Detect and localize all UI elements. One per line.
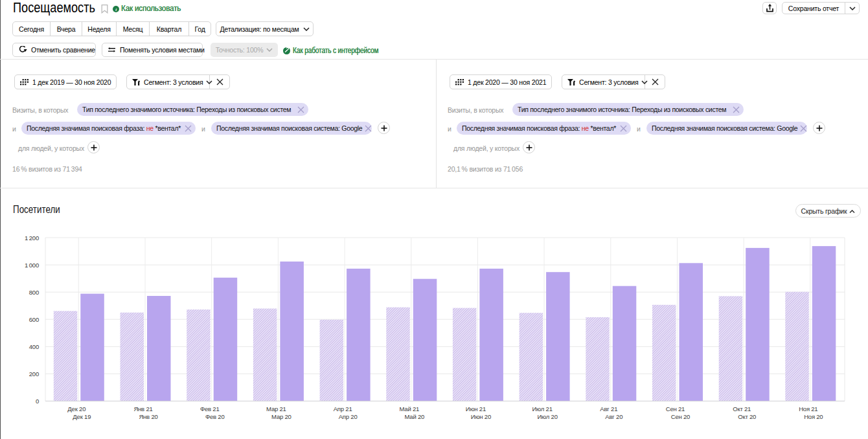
svg-text:200: 200 — [29, 370, 39, 377]
svg-text:i: i — [115, 7, 117, 12]
svg-text:Июл 21: Июл 21 — [532, 405, 552, 412]
svg-text:Май 20: Май 20 — [404, 413, 424, 420]
svg-text:600: 600 — [29, 316, 39, 323]
svg-text:Ноя 20: Ноя 20 — [804, 413, 823, 420]
svg-text:800: 800 — [29, 289, 39, 296]
svg-text:1 000: 1 000 — [25, 262, 39, 269]
svg-text:Апр 21: Апр 21 — [334, 405, 352, 412]
svg-text:Окт 20: Окт 20 — [738, 413, 756, 420]
svg-text:Янв 20: Янв 20 — [139, 413, 157, 420]
svg-text:1 200: 1 200 — [25, 234, 39, 242]
svg-text:Фев 21: Фев 21 — [200, 405, 220, 412]
svg-text:Сен 20: Сен 20 — [671, 413, 690, 420]
svg-text:Мар 21: Мар 21 — [266, 405, 286, 412]
svg-text:Янв 21: Янв 21 — [133, 405, 152, 412]
svg-text:Июн 20: Июн 20 — [471, 413, 491, 420]
svg-text:Июл 20: Июл 20 — [537, 413, 557, 420]
svg-text:Дек 19: Дек 19 — [73, 413, 91, 420]
svg-text:400: 400 — [29, 343, 39, 350]
svg-text:Апр 20: Апр 20 — [339, 413, 358, 420]
svg-text:Фев 20: Фев 20 — [205, 413, 225, 420]
svg-text:Мар 20: Мар 20 — [271, 413, 291, 420]
svg-text:Сен 21: Сен 21 — [666, 405, 685, 412]
svg-text:Авг 21: Авг 21 — [600, 405, 617, 412]
svg-text:Дек 20: Дек 20 — [67, 405, 86, 412]
svg-text:Июн 21: Июн 21 — [466, 405, 486, 412]
svg-text:Авг 20: Авг 20 — [605, 413, 622, 420]
svg-text:Окт 21: Окт 21 — [733, 405, 751, 412]
svg-text:0: 0 — [36, 398, 39, 405]
svg-text:Ноя 21: Ноя 21 — [799, 405, 817, 412]
svg-text:Май 21: Май 21 — [399, 405, 419, 412]
